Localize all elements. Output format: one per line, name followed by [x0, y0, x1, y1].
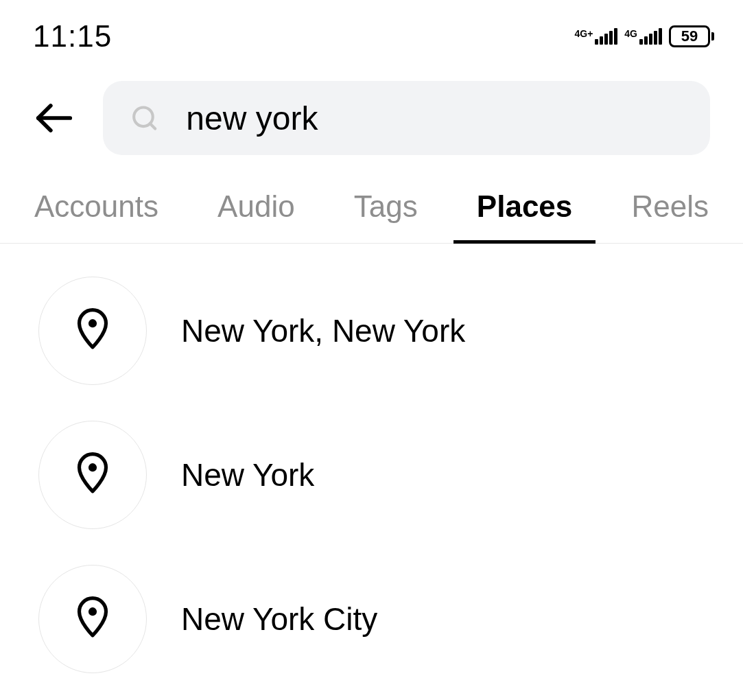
search-results: New York, New York New York New York Cit… [0, 244, 743, 700]
search-tabs: Accounts Audio Tags Places Reels [0, 169, 743, 244]
place-result[interactable]: New York City [38, 547, 705, 691]
place-result-label: New York, New York [181, 312, 465, 349]
search-header [0, 62, 743, 169]
place-result-label: New York City [181, 600, 377, 638]
status-bar: 11:15 4G+ 4G 59 [0, 0, 743, 62]
search-input[interactable] [186, 100, 683, 137]
place-result-label: New York [181, 456, 314, 493]
signal-indicator-2: 4G [624, 28, 662, 45]
status-time: 11:15 [33, 19, 112, 54]
signal-indicator-1: 4G+ [574, 28, 617, 45]
place-result[interactable]: New York [38, 403, 705, 547]
location-pin-icon [38, 421, 147, 529]
svg-line-2 [150, 124, 155, 128]
svg-point-4 [91, 465, 95, 470]
location-pin-icon [38, 277, 147, 385]
back-button[interactable] [33, 97, 75, 139]
svg-point-5 [91, 609, 95, 614]
battery-indicator: 59 [669, 25, 714, 47]
tab-reels[interactable]: Reels [624, 189, 716, 243]
signal-bars-icon [595, 28, 617, 45]
place-result[interactable]: New York, New York [38, 259, 705, 403]
tab-places[interactable]: Places [470, 189, 579, 243]
tab-audio[interactable]: Audio [211, 189, 302, 243]
status-indicators: 4G+ 4G 59 [574, 25, 714, 47]
battery-level: 59 [669, 25, 710, 47]
tab-tags[interactable]: Tags [347, 189, 425, 243]
signal-bars-icon [639, 28, 662, 45]
search-field[interactable] [103, 81, 710, 155]
tab-accounts[interactable]: Accounts [27, 189, 165, 243]
location-pin-icon [38, 565, 147, 673]
search-icon [130, 102, 158, 134]
arrow-left-icon [33, 97, 75, 139]
svg-point-3 [91, 321, 95, 326]
